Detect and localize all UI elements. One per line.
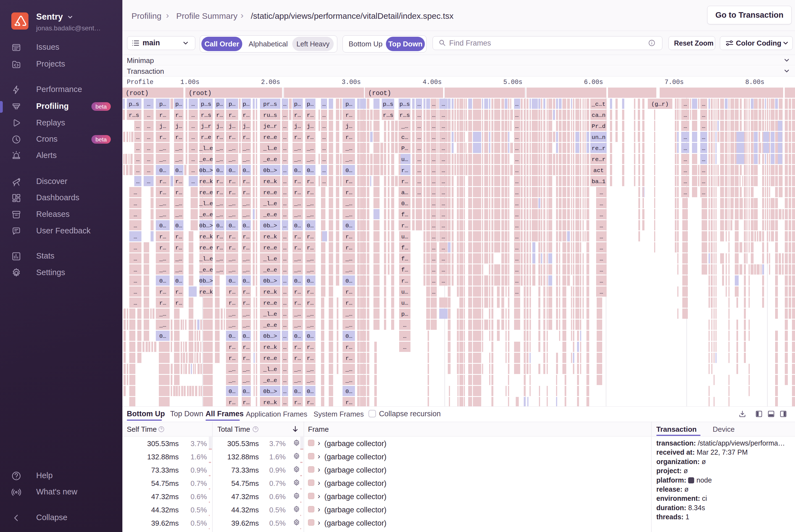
svg-text:…: … bbox=[684, 156, 687, 163]
svg-text:…: … bbox=[417, 189, 421, 196]
svg-text:r…: r… bbox=[216, 178, 223, 185]
svg-text:re…k: re…k bbox=[199, 178, 213, 185]
svg-text:…: … bbox=[191, 145, 195, 152]
svg-text:r…: r… bbox=[175, 289, 182, 295]
svg-text:…: … bbox=[432, 178, 436, 185]
svg-text:r…: r… bbox=[216, 112, 223, 118]
svg-text:r…: r… bbox=[175, 245, 182, 251]
svg-text:r…s: r…s bbox=[129, 112, 139, 118]
svg-text:_…: _… bbox=[306, 377, 314, 384]
svg-text:0…: 0… bbox=[159, 167, 166, 174]
svg-text:r…: r… bbox=[345, 112, 352, 118]
svg-text:r…s: r…s bbox=[399, 112, 410, 118]
svg-text:_…: _… bbox=[242, 212, 249, 218]
svg-text:_e…e: _e…e bbox=[199, 267, 213, 273]
svg-text:_…: _… bbox=[345, 311, 352, 317]
svg-text:r…: r… bbox=[243, 134, 249, 140]
svg-text:r…: r… bbox=[294, 245, 301, 251]
svg-text:0b…>: 0b…> bbox=[263, 278, 277, 284]
svg-text:0…: 0… bbox=[345, 388, 352, 395]
svg-text:…: … bbox=[432, 223, 436, 229]
svg-text:p…: p… bbox=[345, 101, 352, 108]
svg-text:…: … bbox=[442, 167, 445, 174]
svg-text:0b…>: 0b…> bbox=[263, 223, 277, 229]
svg-text:r…: r… bbox=[401, 223, 408, 229]
svg-text:0…: 0… bbox=[159, 223, 166, 229]
svg-text:…: … bbox=[191, 178, 195, 185]
svg-text:…: … bbox=[283, 178, 287, 185]
svg-text:r…: r… bbox=[159, 134, 166, 140]
svg-text:…: … bbox=[417, 156, 421, 163]
svg-text:…: … bbox=[403, 333, 406, 340]
svg-text:…: … bbox=[136, 156, 140, 163]
svg-text:_…: _… bbox=[159, 311, 166, 317]
svg-text:…: … bbox=[432, 212, 436, 218]
svg-text:…: … bbox=[515, 123, 519, 130]
svg-text:0b…>: 0b…> bbox=[199, 167, 213, 174]
svg-text:_l…e: _l…e bbox=[199, 145, 213, 152]
svg-text:r…: r… bbox=[345, 134, 352, 140]
svg-text:p…s: p…s bbox=[201, 101, 211, 108]
svg-text:0…: 0… bbox=[216, 167, 223, 174]
svg-text:f…: f… bbox=[401, 245, 408, 251]
svg-text:_…: _… bbox=[294, 145, 301, 152]
svg-text:…: … bbox=[134, 223, 137, 229]
svg-text:re…k: re…k bbox=[263, 178, 277, 185]
svg-text:…: … bbox=[600, 234, 603, 240]
svg-text:r…: r… bbox=[307, 289, 314, 295]
svg-text:…: … bbox=[283, 388, 287, 395]
svg-text:r…: r… bbox=[228, 189, 235, 196]
svg-text:0…: 0… bbox=[159, 278, 166, 284]
svg-text:_…: _… bbox=[159, 322, 166, 328]
svg-text:…: … bbox=[600, 289, 603, 295]
svg-text:r…: r… bbox=[307, 178, 314, 185]
svg-text:_…: _… bbox=[242, 145, 249, 152]
svg-text:ru…s: ru…s bbox=[263, 112, 277, 118]
svg-text:r…: r… bbox=[294, 134, 301, 140]
svg-text:…: … bbox=[147, 123, 151, 130]
svg-text:…: … bbox=[134, 212, 137, 218]
svg-text:…: … bbox=[283, 156, 287, 163]
svg-text:0…: 0… bbox=[294, 388, 301, 395]
svg-text:p…: p… bbox=[216, 101, 223, 108]
svg-text:…: … bbox=[191, 112, 195, 118]
svg-text:ca…n: ca…n bbox=[592, 112, 606, 118]
svg-text:r…: r… bbox=[175, 189, 182, 196]
svg-text:0b…>: 0b…> bbox=[263, 388, 277, 395]
svg-text:_…: _… bbox=[242, 311, 249, 317]
svg-text:r…: r… bbox=[243, 234, 249, 240]
svg-text:(g…r): (g…r) bbox=[651, 101, 668, 108]
svg-text:_…: _… bbox=[228, 322, 235, 328]
svg-text:r…: r… bbox=[307, 189, 314, 196]
svg-text:…: … bbox=[134, 201, 137, 207]
svg-text:…: … bbox=[134, 289, 137, 295]
svg-text:_…: _… bbox=[228, 267, 235, 273]
svg-text:r…: r… bbox=[345, 234, 352, 240]
svg-text:r…: r… bbox=[243, 112, 249, 118]
svg-text:…: … bbox=[147, 112, 151, 118]
svg-text:…: … bbox=[322, 134, 326, 140]
svg-text:r…: r… bbox=[294, 289, 301, 295]
svg-text:r…: r… bbox=[307, 234, 314, 240]
svg-text:re…k: re…k bbox=[199, 289, 213, 295]
svg-text:re…k: re…k bbox=[263, 234, 277, 240]
svg-text:…: … bbox=[442, 134, 445, 140]
svg-text:…: … bbox=[684, 112, 687, 118]
svg-text:…: … bbox=[442, 112, 445, 118]
svg-text:r…: r… bbox=[228, 355, 235, 362]
svg-text:…: … bbox=[283, 134, 287, 140]
svg-text:_…: _… bbox=[306, 267, 314, 273]
svg-text:_…: _… bbox=[345, 212, 352, 218]
svg-text:_…: _… bbox=[294, 201, 301, 207]
svg-text:j…: j… bbox=[175, 123, 182, 130]
svg-text:…: … bbox=[515, 145, 519, 152]
svg-text:re…k: re…k bbox=[199, 234, 213, 240]
svg-text:…: … bbox=[515, 256, 519, 262]
svg-text:_c…t: _c…t bbox=[591, 101, 606, 108]
svg-text:…: … bbox=[442, 189, 445, 196]
svg-text:0…: 0… bbox=[294, 167, 301, 174]
svg-text:_…: _… bbox=[175, 256, 182, 262]
svg-text:p…: p… bbox=[159, 101, 166, 108]
svg-text:r…: r… bbox=[243, 300, 249, 306]
svg-text:…: … bbox=[283, 311, 287, 317]
